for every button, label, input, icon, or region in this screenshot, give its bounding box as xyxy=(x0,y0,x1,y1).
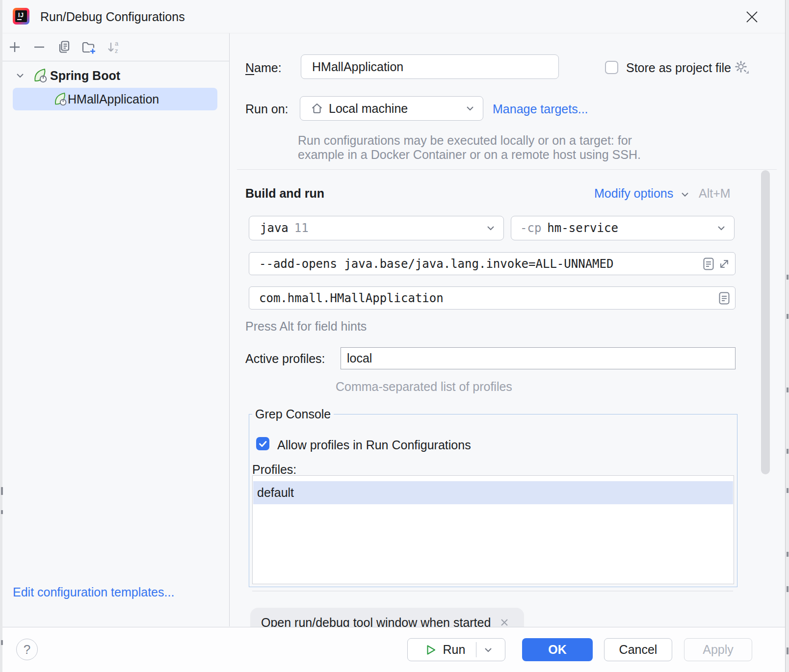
remove-configuration-icon[interactable] xyxy=(31,39,47,55)
split-divider xyxy=(476,642,476,657)
profiles-label: Profiles: xyxy=(252,463,296,477)
store-as-project-file-label: Store as project file xyxy=(626,61,731,75)
classpath-combo[interactable]: -cp hm-service xyxy=(511,216,735,240)
profile-list-item[interactable]: default xyxy=(253,481,733,504)
play-icon xyxy=(424,644,437,656)
field-options-list-icon[interactable] xyxy=(701,256,716,272)
field-hint: Press Alt for field hints xyxy=(245,319,367,334)
new-folder-icon[interactable] xyxy=(80,39,96,55)
section-divider xyxy=(237,169,777,170)
name-input[interactable]: HMallApplication xyxy=(301,54,559,79)
chevron-down-icon[interactable] xyxy=(680,191,690,198)
modify-options-link[interactable]: Modify options xyxy=(594,186,673,201)
run-on-help-line2: example in a Docker Container or on a re… xyxy=(298,148,641,162)
cancel-button[interactable]: Cancel xyxy=(604,638,672,661)
run-on-combo[interactable]: Local machine xyxy=(300,96,483,121)
spring-boot-icon xyxy=(53,92,68,106)
grep-console-group: Grep Console Allow profiles in Run Confi… xyxy=(249,407,737,587)
profiles-list[interactable]: default xyxy=(252,475,734,584)
configurations-sidebar: a z Spring Boot xyxy=(0,33,230,626)
dialog-title: Run/Debug Configurations xyxy=(40,0,185,33)
edit-configuration-templates-link[interactable]: Edit configuration templates... xyxy=(13,585,174,599)
name-label: Name: xyxy=(245,61,282,75)
tree-item-label: HMallApplication xyxy=(68,92,159,106)
run-on-value: Local machine xyxy=(329,102,408,116)
banner-close-icon[interactable] xyxy=(500,618,509,627)
tree-item-hmallapplication[interactable]: HMallApplication xyxy=(13,88,217,110)
apply-button[interactable]: Apply xyxy=(684,638,752,661)
vm-options-input[interactable]: --add-opens java.base/java.lang.invoke=A… xyxy=(249,252,736,275)
active-profiles-hint: Comma-separated list of profiles xyxy=(336,380,512,394)
sort-configurations-icon[interactable]: a z xyxy=(106,39,122,55)
build-and-run-title: Build and run xyxy=(245,186,324,201)
store-settings-gear-icon[interactable] xyxy=(733,59,751,77)
jre-combo[interactable]: java 11 xyxy=(249,216,504,240)
tree-group-label: Spring Boot xyxy=(50,69,120,83)
chevron-down-icon[interactable] xyxy=(15,70,26,81)
vertical-scrollbar-thumb[interactable] xyxy=(761,170,770,474)
run-on-label: Run on: xyxy=(245,102,289,116)
modify-options-shortcut: Alt+M xyxy=(699,186,731,201)
add-configuration-icon[interactable] xyxy=(7,39,23,55)
allow-profiles-checkbox[interactable] xyxy=(256,437,269,450)
active-profiles-label: Active profiles: xyxy=(245,352,325,366)
field-options-list-icon[interactable] xyxy=(716,290,732,306)
manage-targets-link[interactable]: Manage targets... xyxy=(493,102,588,116)
background-window-right-sliver xyxy=(785,0,789,672)
help-button[interactable]: ? xyxy=(16,639,38,660)
allow-profiles-label: Allow profiles in Run Configurations xyxy=(277,438,471,452)
expand-field-icon[interactable] xyxy=(716,256,732,272)
main-class-input[interactable]: com.hmall.HMallApplication xyxy=(249,286,736,310)
run-split-button[interactable]: Run xyxy=(407,638,505,661)
chevron-down-icon xyxy=(716,225,726,232)
store-as-project-file-checkbox[interactable] xyxy=(605,61,618,74)
grep-console-legend: Grep Console xyxy=(252,407,334,421)
svg-text:z: z xyxy=(115,47,118,54)
spring-boot-icon xyxy=(32,68,48,83)
run-debug-configurations-dialog: IJ Run/Debug Configurations xyxy=(0,0,789,672)
run-options-chevron-icon[interactable] xyxy=(483,646,493,653)
home-icon xyxy=(310,102,324,115)
chevron-down-icon xyxy=(486,225,496,232)
close-icon[interactable] xyxy=(739,6,764,27)
profiles-list-scroll-track xyxy=(252,591,733,592)
intellij-logo-icon: IJ xyxy=(13,8,29,25)
ok-button[interactable]: OK xyxy=(522,638,593,661)
chevron-down-icon xyxy=(465,105,475,112)
sidebar-toolbar: a z xyxy=(0,33,229,61)
run-on-help-line1: Run configurations may be executed local… xyxy=(298,133,632,148)
dialog-footer: ? Run OK Cancel Apply xyxy=(0,627,789,672)
active-profiles-input[interactable]: local xyxy=(341,347,736,369)
tree-group-spring-boot[interactable]: Spring Boot xyxy=(0,64,229,87)
background-window-left-sliver xyxy=(0,0,2,672)
copy-configuration-icon[interactable] xyxy=(56,39,72,55)
svg-text:a: a xyxy=(115,40,119,47)
title-bar: IJ Run/Debug Configurations xyxy=(0,0,789,33)
